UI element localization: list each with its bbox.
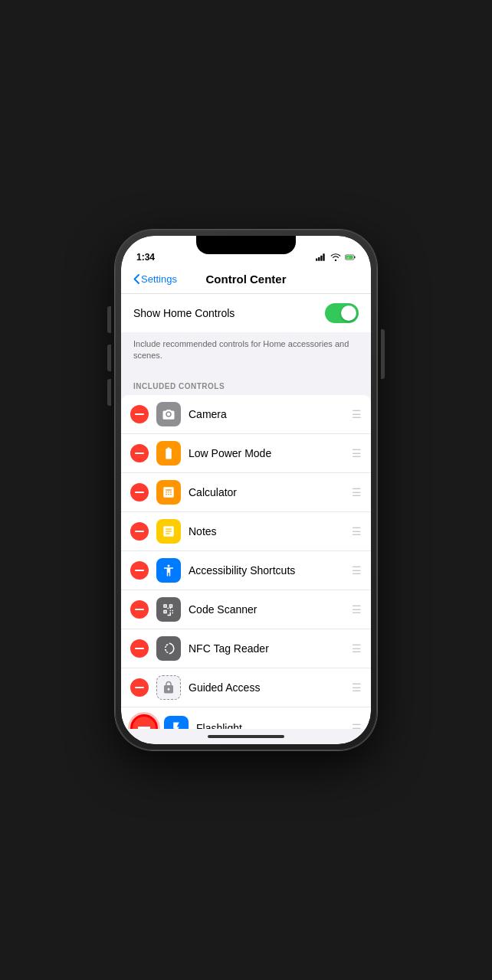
home-controls-toggle[interactable] — [325, 303, 359, 323]
item-label: Accessibility Shortcuts — [189, 564, 346, 577]
nfc-icon — [156, 636, 181, 661]
item-label: NFC Tag Reader — [189, 642, 346, 655]
list-item: Calculator ☰ — [121, 473, 371, 512]
remove-button[interactable] — [130, 444, 149, 462]
back-button[interactable]: Settings — [133, 273, 177, 285]
remove-flashlight-button[interactable] — [130, 714, 158, 729]
list-item: Guided Access ☰ — [121, 668, 371, 707]
drag-handle[interactable]: ☰ — [352, 722, 362, 729]
accessibility-icon — [156, 558, 181, 583]
nav-bar: Settings Control Center — [121, 266, 371, 294]
guided-access-icon — [156, 675, 181, 700]
svg-rect-3 — [323, 253, 324, 260]
svg-rect-1 — [318, 257, 320, 261]
show-home-controls-row: Show Home Controls — [121, 294, 371, 332]
code-scanner-icon — [156, 597, 181, 622]
drag-handle[interactable]: ☰ — [352, 408, 362, 420]
svg-rect-0 — [316, 259, 317, 261]
item-label: Low Power Mode — [189, 447, 346, 459]
home-bar — [208, 735, 284, 738]
list-item: NFC Tag Reader ☰ — [121, 629, 371, 668]
item-label: Flashlight — [196, 722, 346, 729]
camera-icon — [156, 402, 181, 426]
remove-button[interactable] — [130, 522, 149, 541]
list-item: Accessibility Shortcuts ☰ — [121, 551, 371, 590]
item-label: Guided Access — [189, 681, 346, 694]
drag-handle[interactable]: ☰ — [352, 564, 362, 577]
svg-rect-5 — [354, 256, 355, 259]
toggle-label: Show Home Controls — [133, 307, 235, 319]
list-item: Notes ☰ — [121, 512, 371, 551]
item-label: Camera — [189, 408, 346, 420]
drag-handle[interactable]: ☰ — [352, 486, 362, 498]
page-title: Control Center — [206, 273, 287, 286]
list-item: Code Scanner ☰ — [121, 590, 371, 629]
back-chevron-icon — [133, 274, 139, 284]
svg-rect-2 — [320, 256, 322, 261]
toggle-description: Include recommended controls for Home ac… — [121, 332, 371, 371]
flashlight-icon — [164, 716, 189, 729]
list-item: Low Power Mode ☰ — [121, 434, 371, 473]
home-indicator — [121, 729, 371, 744]
included-controls-header: INCLUDED CONTROLS — [121, 371, 371, 395]
calculator-icon — [156, 480, 181, 505]
scroll-area[interactable]: Show Home Controls Include recommended c… — [121, 294, 371, 729]
remove-button[interactable] — [130, 678, 149, 697]
list-item: Camera ☰ — [121, 395, 371, 434]
included-controls-list: Camera ☰ Low Power Mode ☰ — [121, 395, 371, 729]
toggle-knob — [341, 305, 356, 321]
status-icons: ⚡ — [316, 252, 356, 263]
svg-text:⚡: ⚡ — [346, 256, 350, 260]
drag-handle[interactable]: ☰ — [352, 681, 362, 694]
low-power-icon — [156, 441, 181, 466]
status-time: 1:34 — [136, 252, 155, 263]
remove-button[interactable] — [130, 639, 149, 658]
remove-button[interactable] — [130, 405, 149, 423]
drag-handle[interactable]: ☰ — [352, 603, 362, 616]
battery-icon: ⚡ — [345, 252, 356, 263]
notch — [196, 236, 296, 254]
item-label: Calculator — [189, 486, 346, 498]
notes-icon — [156, 519, 181, 544]
list-item: Flashlight ☰ — [121, 707, 371, 729]
item-label: Notes — [189, 525, 346, 537]
remove-button[interactable] — [130, 561, 149, 580]
remove-button[interactable] — [130, 600, 149, 619]
signal-icon — [316, 252, 326, 263]
drag-handle[interactable]: ☰ — [352, 447, 362, 459]
drag-handle[interactable]: ☰ — [352, 642, 362, 655]
item-label: Code Scanner — [189, 603, 346, 616]
remove-button[interactable] — [130, 483, 149, 501]
drag-handle[interactable]: ☰ — [352, 525, 362, 537]
wifi-icon — [330, 252, 341, 263]
phone-frame: 1:34 — [115, 230, 377, 750]
